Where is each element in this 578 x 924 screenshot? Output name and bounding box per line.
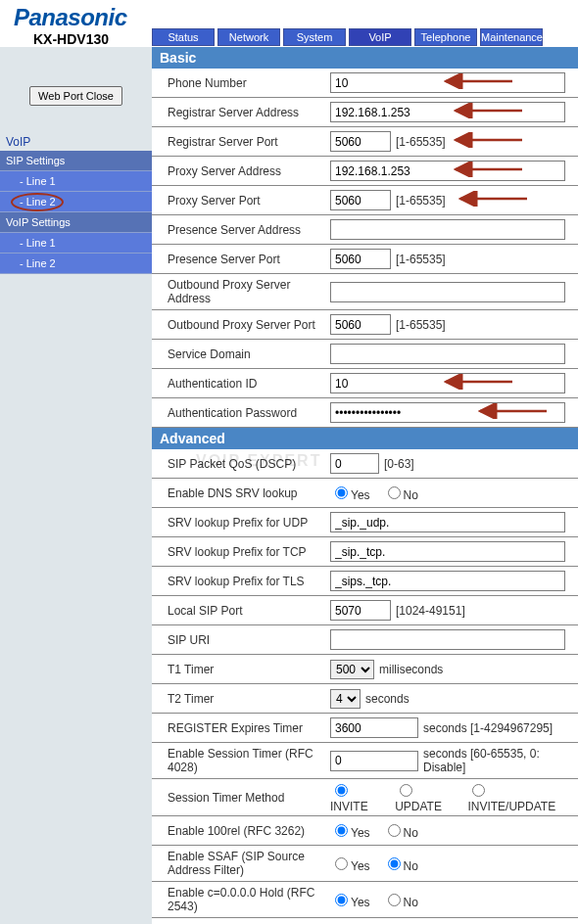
label-registrar-port: Registrar Server Port	[152, 133, 328, 151]
dns-srv-yes[interactable]	[335, 486, 348, 499]
sidebar-voip-line2[interactable]: - Line 2	[0, 254, 152, 274]
sidebar-sip-line2[interactable]: - Line 2	[0, 192, 152, 212]
label-ssaf: Enable SSAF (SIP Source Address Filter)	[152, 848, 328, 879]
label-reg-exp: REGISTER Expires Timer	[152, 719, 328, 737]
presence-port-input[interactable]	[330, 249, 391, 269]
t2-unit: seconds	[365, 692, 409, 706]
presence-port-hint: [1-65535]	[396, 253, 446, 266]
service-domain-input[interactable]	[330, 344, 565, 364]
outbound-port-hint: [1-65535]	[396, 318, 446, 332]
label-outbound-addr: Outbound Proxy Server Address	[152, 276, 328, 307]
label-auth-id: Authentication ID	[152, 375, 328, 393]
tab-status[interactable]: Status	[152, 28, 215, 46]
srv-tcp-input[interactable]	[330, 541, 565, 562]
model-name: KX-HDV130	[33, 31, 109, 47]
c0hold-yes[interactable]	[335, 894, 348, 906]
label-presence-port: Presence Server Port	[152, 251, 328, 268]
reg-exp-hint: seconds [1-4294967295]	[423, 721, 553, 735]
sess-method-update[interactable]	[400, 784, 412, 797]
t2-select[interactable]: 4	[330, 689, 361, 709]
section-basic: Basic	[152, 47, 578, 69]
label-srv-tls: SRV lookup Prefix for TLS	[152, 573, 328, 590]
100rel-yes[interactable]	[335, 824, 348, 837]
label-sip-uri: SIP URI	[152, 631, 328, 649]
t1-select[interactable]: 500	[330, 660, 374, 679]
label-100rel: Enable 100rel (RFC 3262)	[152, 822, 328, 840]
arrow-icon	[451, 191, 529, 207]
sidebar-sip-settings[interactable]: SIP Settings	[0, 151, 152, 171]
srv-tls-input[interactable]	[330, 571, 565, 591]
outbound-port-input[interactable]	[330, 314, 391, 335]
label-auth-pw: Authentication Password	[152, 404, 328, 422]
registrar-addr-input[interactable]	[330, 102, 565, 122]
label-presence-addr: Presence Server Address	[152, 221, 328, 239]
auth-pw-input[interactable]	[330, 402, 565, 423]
sidebar-title: VoIP	[6, 135, 152, 149]
label-registrar-addr: Registrar Server Address	[152, 104, 328, 121]
label-c0hold: Enable c=0.0.0.0 Hold (RFC 2543)	[152, 884, 328, 915]
web-port-close-button[interactable]: Web Port Close	[29, 86, 122, 106]
sip-qos-input[interactable]	[330, 453, 379, 474]
sess-method-invite[interactable]	[335, 784, 348, 797]
local-sip-input[interactable]	[330, 600, 391, 621]
label-local-sip: Local SIP Port	[152, 602, 328, 620]
dns-srv-no[interactable]	[388, 486, 401, 499]
sidebar-voip-settings[interactable]: VoIP Settings	[0, 212, 152, 233]
outbound-addr-input[interactable]	[330, 282, 565, 302]
tab-voip[interactable]: VoIP	[349, 28, 411, 46]
proxy-port-hint: [1-65535]	[396, 194, 446, 208]
registrar-port-hint: [1-65535]	[396, 135, 446, 149]
proxy-addr-input[interactable]	[330, 161, 565, 181]
arrow-icon	[446, 132, 524, 148]
100rel-no[interactable]	[388, 824, 401, 837]
session-timer-input[interactable]	[330, 751, 418, 771]
auth-id-input[interactable]	[330, 373, 565, 393]
section-advanced: Advanced	[152, 428, 578, 449]
reg-exp-input[interactable]	[330, 717, 418, 738]
label-proxy-port: Proxy Server Port	[152, 192, 328, 209]
phone-number-input[interactable]	[330, 72, 565, 93]
label-outbound-port: Outbound Proxy Server Port	[152, 316, 328, 334]
label-sip-qos: SIP Packet QoS (DSCP)	[152, 455, 328, 473]
label-t2: T2 Timer	[152, 690, 328, 708]
brand-logo: Panasonic	[14, 4, 564, 31]
local-sip-hint: [1024-49151]	[396, 604, 465, 618]
label-t1: T1 Timer	[152, 661, 328, 678]
label-session-timer: Enable Session Timer (RFC 4028)	[152, 745, 328, 776]
sidebar-sip-line1[interactable]: - Line 1	[0, 171, 152, 192]
label-proxy-addr: Proxy Server Address	[152, 162, 328, 180]
srv-udp-input[interactable]	[330, 512, 565, 532]
sip-uri-input[interactable]	[330, 629, 565, 650]
proxy-port-input[interactable]	[330, 190, 391, 210]
label-session-method: Session Timer Method	[152, 789, 328, 807]
c0hold-no[interactable]	[388, 894, 401, 906]
label-srv-tcp: SRV lookup Prefix for TCP	[152, 543, 328, 561]
registrar-port-input[interactable]	[330, 131, 391, 152]
tab-system[interactable]: System	[283, 28, 346, 46]
presence-addr-input[interactable]	[330, 219, 565, 240]
sess-method-both[interactable]	[472, 784, 485, 797]
tab-telephone[interactable]: Telephone	[414, 28, 477, 46]
tab-network[interactable]: Network	[217, 28, 280, 46]
sip-qos-hint: [0-63]	[384, 457, 414, 471]
label-phone-number: Phone Number	[152, 74, 328, 92]
top-nav: Status Network System VoIP Telephone Mai…	[152, 28, 543, 46]
session-timer-hint: seconds [60-65535, 0: Disable]	[423, 747, 572, 774]
t1-unit: milliseconds	[379, 663, 443, 676]
label-dns-srv: Enable DNS SRV lookup	[152, 485, 328, 502]
ssaf-no[interactable]	[388, 857, 401, 870]
label-srv-udp: SRV lookup Prefix for UDP	[152, 514, 328, 531]
tab-maintenance[interactable]: Maintenance	[480, 28, 543, 46]
sidebar-voip-line1[interactable]: - Line 1	[0, 233, 152, 254]
label-service-domain: Service Domain	[152, 346, 328, 363]
ssaf-yes[interactable]	[335, 857, 348, 870]
